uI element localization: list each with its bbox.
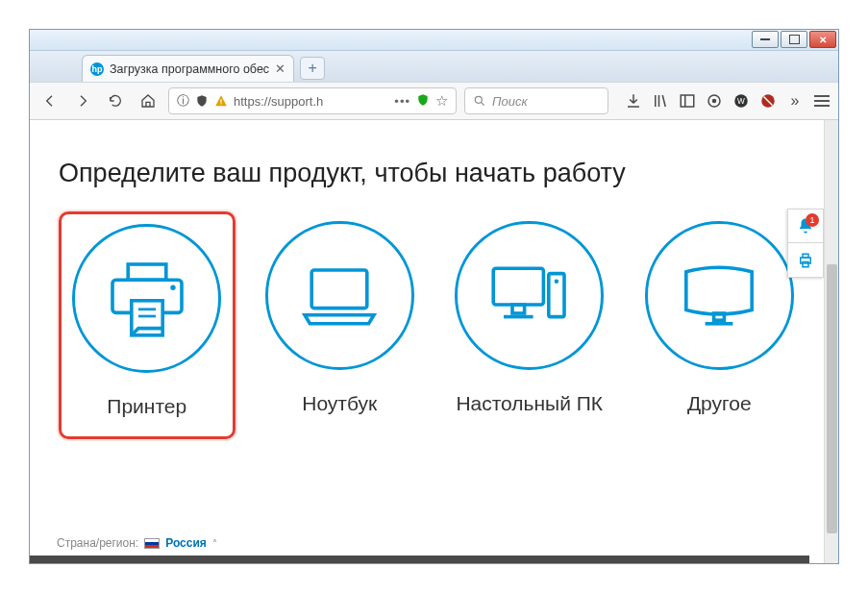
downloads-icon[interactable]: [625, 92, 642, 110]
url-text: https://support.h: [234, 94, 388, 109]
svg-rect-0: [220, 99, 221, 103]
window-titlebar: [30, 30, 838, 51]
hp-favicon-icon: hp: [90, 62, 104, 76]
sidebar-icon[interactable]: [679, 92, 696, 110]
product-card-desktop[interactable]: Настольный ПК: [444, 211, 615, 439]
back-button[interactable]: [37, 88, 62, 113]
product-label: Другое: [687, 391, 752, 416]
page-body: Определите ваш продукт, чтобы начать раб…: [30, 120, 824, 563]
svg-rect-15: [311, 270, 367, 309]
svg-text:W: W: [737, 97, 745, 106]
display-curved-icon: [676, 253, 762, 339]
tab-title: Загрузка программного обес: [110, 62, 269, 76]
svg-point-20: [554, 279, 558, 284]
product-label: Принтер: [107, 394, 186, 419]
new-tab-button[interactable]: +: [300, 57, 325, 80]
product-label: Ноутбук: [302, 391, 377, 416]
region-prefix: Страна/регион:: [57, 536, 138, 550]
tab-close-icon[interactable]: ✕: [275, 62, 285, 76]
overflow-chevrons-icon[interactable]: »: [786, 92, 804, 110]
product-card-printer[interactable]: Принтер: [59, 211, 236, 439]
notifications-button[interactable]: 1: [787, 209, 824, 243]
svg-rect-10: [128, 264, 166, 280]
app-menu-button[interactable]: [813, 95, 831, 107]
product-card-other[interactable]: Другое: [634, 211, 806, 439]
product-category-row: Принтер Ноутбук: [59, 211, 805, 439]
lock-warning-icon[interactable]: [214, 94, 228, 108]
product-circle: [265, 221, 414, 370]
svg-point-2: [475, 96, 482, 103]
laptop-icon: [296, 253, 383, 339]
arrow-left-icon: [42, 93, 58, 109]
window-maximize-button[interactable]: [781, 31, 807, 48]
svg-rect-24: [803, 254, 808, 258]
side-action-panel: 1: [787, 209, 824, 278]
forward-button[interactable]: [70, 88, 95, 113]
chevron-up-icon: ˄: [212, 538, 217, 549]
scrollbar-thumb[interactable]: [827, 264, 837, 533]
protection-badge-icon[interactable]: [416, 93, 430, 110]
home-icon: [140, 93, 156, 109]
browser-toolbar: ⓘ https://support.h ••• ☆ Поиск: [30, 82, 838, 120]
shield-icon[interactable]: [195, 94, 209, 108]
product-circle: [455, 221, 604, 370]
reload-icon: [108, 93, 123, 109]
search-icon: [473, 94, 486, 108]
window-minimize-button[interactable]: [752, 31, 779, 48]
bookmark-star-icon[interactable]: ☆: [435, 92, 448, 110]
svg-rect-16: [493, 268, 543, 305]
svg-rect-17: [512, 305, 525, 313]
notification-count-badge: 1: [806, 213, 819, 227]
tab-strip: hp Загрузка программного обес ✕ +: [30, 51, 838, 82]
region-selector[interactable]: Страна/регион: Россия ˄: [57, 536, 217, 550]
svg-rect-3: [681, 95, 694, 107]
page-heading: Определите ваш продукт, чтобы начать раб…: [59, 159, 805, 188]
page-actions-icon[interactable]: •••: [394, 94, 410, 109]
product-label: Настольный ПК: [456, 391, 603, 416]
reload-button[interactable]: [103, 88, 128, 113]
svg-rect-1: [220, 103, 221, 104]
svg-point-5: [712, 99, 717, 104]
svg-rect-21: [714, 313, 725, 320]
desktop-icon: [486, 253, 573, 339]
printer-icon: [104, 256, 190, 342]
home-button[interactable]: [136, 88, 161, 113]
library-icon[interactable]: [652, 92, 669, 110]
print-page-button[interactable]: [787, 243, 824, 278]
extension-circle-icon[interactable]: [706, 92, 723, 110]
flag-russia-icon: [144, 538, 160, 549]
arrow-right-icon: [75, 93, 90, 109]
content-area: Определите ваш продукт, чтобы начать раб…: [30, 120, 838, 563]
product-circle: [72, 224, 221, 373]
site-info-icon[interactable]: ⓘ: [177, 92, 189, 110]
search-placeholder: Поиск: [492, 94, 528, 109]
address-bar[interactable]: ⓘ https://support.h ••• ☆: [168, 87, 457, 114]
svg-point-14: [170, 284, 175, 289]
browser-window: hp Загрузка программного обес ✕ + ⓘ http…: [29, 29, 839, 564]
footer-stripe: [30, 556, 809, 563]
toolbar-extensions: W »: [625, 92, 831, 110]
browser-tab[interactable]: hp Загрузка программного обес ✕: [82, 55, 294, 82]
product-card-laptop[interactable]: Ноутбук: [255, 211, 426, 439]
product-circle: [645, 221, 794, 370]
vertical-scrollbar[interactable]: [824, 120, 838, 563]
print-small-icon: [797, 252, 814, 269]
search-box[interactable]: Поиск: [464, 87, 608, 114]
extension-adblock-icon[interactable]: [759, 92, 777, 110]
window-close-button[interactable]: [809, 31, 836, 48]
region-name: Россия: [165, 536, 207, 550]
extension-dark-icon[interactable]: W: [732, 92, 750, 110]
